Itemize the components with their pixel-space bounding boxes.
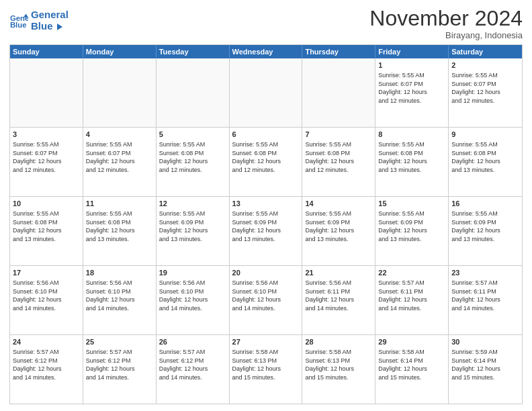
weekday-header: Sunday: [10, 45, 83, 58]
day-number: 23: [451, 268, 519, 278]
calendar-cell: 15Sunrise: 5:55 AMSunset: 6:09 PMDayligh…: [375, 197, 449, 265]
cell-info: Sunrise: 5:55 AMSunset: 6:07 PMDaylight:…: [451, 71, 519, 105]
cell-info: Sunrise: 5:56 AMSunset: 6:10 PMDaylight:…: [159, 279, 226, 312]
calendar-cell: 16Sunrise: 5:55 AMSunset: 6:09 PMDayligh…: [449, 197, 522, 265]
title-block: November 2024 Birayang, Indonesia: [369, 7, 523, 40]
day-number: 22: [378, 268, 445, 278]
calendar-cell: 21Sunrise: 5:56 AMSunset: 6:11 PMDayligh…: [302, 266, 375, 334]
location: Birayang, Indonesia: [369, 30, 523, 40]
day-number: 19: [159, 268, 226, 278]
cell-info: Sunrise: 5:55 AMSunset: 6:08 PMDaylight:…: [159, 140, 226, 174]
calendar-week-row: 3Sunrise: 5:55 AMSunset: 6:07 PMDaylight…: [10, 127, 522, 196]
day-number: 3: [13, 130, 80, 140]
cell-info: Sunrise: 5:55 AMSunset: 6:09 PMDaylight:…: [378, 210, 445, 243]
day-number: 21: [305, 268, 372, 278]
day-number: 28: [305, 337, 372, 347]
calendar-week-row: 17Sunrise: 5:56 AMSunset: 6:10 PMDayligh…: [10, 265, 522, 334]
calendar-cell: 30Sunrise: 5:59 AMSunset: 6:14 PMDayligh…: [449, 335, 522, 404]
calendar-cell: 17Sunrise: 5:56 AMSunset: 6:10 PMDayligh…: [10, 266, 83, 334]
cell-info: Sunrise: 5:56 AMSunset: 6:10 PMDaylight:…: [86, 279, 153, 312]
logo-text: General: [31, 9, 69, 21]
day-number: 1: [378, 60, 445, 71]
day-number: 14: [305, 199, 372, 209]
day-number: 30: [451, 337, 519, 347]
calendar-cell: 18Sunrise: 5:56 AMSunset: 6:10 PMDayligh…: [83, 266, 157, 334]
cell-info: Sunrise: 5:57 AMSunset: 6:11 PMDaylight:…: [378, 279, 445, 312]
cell-info: Sunrise: 5:55 AMSunset: 6:08 PMDaylight:…: [378, 140, 445, 174]
calendar-cell: 7Sunrise: 5:55 AMSunset: 6:08 PMDaylight…: [302, 128, 375, 196]
calendar-cell: 3Sunrise: 5:55 AMSunset: 6:07 PMDaylight…: [10, 128, 83, 196]
calendar-cell: 2Sunrise: 5:55 AMSunset: 6:07 PMDaylight…: [449, 58, 522, 127]
logo-icon: General Blue: [9, 11, 28, 30]
calendar-cell: 24Sunrise: 5:57 AMSunset: 6:12 PMDayligh…: [10, 335, 83, 404]
calendar-cell: 4Sunrise: 5:55 AMSunset: 6:07 PMDaylight…: [83, 128, 157, 196]
day-number: 25: [86, 337, 153, 347]
calendar-cell: 14Sunrise: 5:55 AMSunset: 6:09 PMDayligh…: [302, 197, 375, 265]
calendar-cell: 13Sunrise: 5:55 AMSunset: 6:09 PMDayligh…: [230, 197, 303, 265]
day-number: 16: [451, 199, 519, 209]
calendar-week-row: 24Sunrise: 5:57 AMSunset: 6:12 PMDayligh…: [10, 334, 522, 404]
day-number: 5: [159, 130, 226, 140]
calendar-cell: 28Sunrise: 5:58 AMSunset: 6:13 PMDayligh…: [302, 335, 375, 404]
cell-info: Sunrise: 5:57 AMSunset: 6:12 PMDaylight:…: [86, 348, 153, 381]
weekday-header: Saturday: [449, 45, 522, 58]
cell-info: Sunrise: 5:55 AMSunset: 6:07 PMDaylight:…: [86, 140, 153, 174]
calendar-cell: 8Sunrise: 5:55 AMSunset: 6:08 PMDaylight…: [375, 128, 449, 196]
calendar-cell: 1Sunrise: 5:55 AMSunset: 6:07 PMDaylight…: [375, 58, 449, 127]
month-title: November 2024: [369, 7, 523, 30]
day-number: 17: [13, 268, 80, 278]
calendar: SundayMondayTuesdayWednesdayThursdayFrid…: [9, 44, 523, 404]
calendar-cell: [230, 58, 303, 127]
calendar-cell: 9Sunrise: 5:55 AMSunset: 6:08 PMDaylight…: [449, 128, 522, 196]
cell-info: Sunrise: 5:58 AMSunset: 6:14 PMDaylight:…: [378, 348, 445, 381]
cell-info: Sunrise: 5:55 AMSunset: 6:07 PMDaylight:…: [378, 71, 445, 105]
cell-info: Sunrise: 5:56 AMSunset: 6:11 PMDaylight:…: [305, 279, 372, 312]
logo-subtext: Blue: [31, 21, 69, 32]
cell-info: Sunrise: 5:55 AMSunset: 6:07 PMDaylight:…: [13, 140, 80, 174]
day-number: 6: [232, 130, 300, 140]
calendar-cell: 12Sunrise: 5:55 AMSunset: 6:09 PMDayligh…: [157, 197, 230, 265]
day-number: 12: [159, 199, 226, 209]
day-number: 8: [378, 130, 445, 140]
cell-info: Sunrise: 5:55 AMSunset: 6:08 PMDaylight:…: [232, 140, 300, 174]
cell-info: Sunrise: 5:56 AMSunset: 6:10 PMDaylight:…: [232, 279, 300, 312]
cell-info: Sunrise: 5:55 AMSunset: 6:09 PMDaylight:…: [159, 210, 226, 243]
calendar-cell: 23Sunrise: 5:57 AMSunset: 6:11 PMDayligh…: [449, 266, 522, 334]
day-number: 15: [378, 199, 445, 209]
svg-text:Blue: Blue: [10, 20, 27, 28]
day-number: 2: [451, 60, 519, 71]
calendar-cell: 22Sunrise: 5:57 AMSunset: 6:11 PMDayligh…: [375, 266, 449, 334]
calendar-cell: [83, 58, 157, 127]
day-number: 20: [232, 268, 300, 278]
cell-info: Sunrise: 5:57 AMSunset: 6:12 PMDaylight:…: [159, 348, 226, 381]
day-number: 27: [232, 337, 300, 347]
cell-info: Sunrise: 5:55 AMSunset: 6:08 PMDaylight:…: [451, 140, 519, 174]
weekday-header: Tuesday: [157, 45, 230, 58]
cell-info: Sunrise: 5:55 AMSunset: 6:08 PMDaylight:…: [13, 210, 80, 243]
calendar-header: SundayMondayTuesdayWednesdayThursdayFrid…: [10, 45, 522, 58]
day-number: 26: [159, 337, 226, 347]
weekday-header: Wednesday: [230, 45, 303, 58]
cell-info: Sunrise: 5:55 AMSunset: 6:09 PMDaylight:…: [451, 210, 519, 243]
cell-info: Sunrise: 5:59 AMSunset: 6:14 PMDaylight:…: [451, 348, 519, 381]
day-number: 11: [86, 199, 153, 209]
cell-info: Sunrise: 5:55 AMSunset: 6:08 PMDaylight:…: [305, 140, 372, 174]
calendar-cell: [302, 58, 375, 127]
cell-info: Sunrise: 5:56 AMSunset: 6:10 PMDaylight:…: [13, 279, 80, 312]
calendar-cell: 27Sunrise: 5:58 AMSunset: 6:13 PMDayligh…: [230, 335, 303, 404]
calendar-cell: 25Sunrise: 5:57 AMSunset: 6:12 PMDayligh…: [83, 335, 157, 404]
weekday-header: Thursday: [302, 45, 375, 58]
calendar-week-row: 1Sunrise: 5:55 AMSunset: 6:07 PMDaylight…: [10, 58, 522, 127]
day-number: 13: [232, 199, 300, 209]
day-number: 29: [378, 337, 445, 347]
calendar-cell: 20Sunrise: 5:56 AMSunset: 6:10 PMDayligh…: [230, 266, 303, 334]
calendar-cell: 19Sunrise: 5:56 AMSunset: 6:10 PMDayligh…: [157, 266, 230, 334]
weekday-header: Friday: [375, 45, 449, 58]
cell-info: Sunrise: 5:55 AMSunset: 6:09 PMDaylight:…: [305, 210, 372, 243]
calendar-cell: 11Sunrise: 5:55 AMSunset: 6:08 PMDayligh…: [83, 197, 157, 265]
cell-info: Sunrise: 5:58 AMSunset: 6:13 PMDaylight:…: [232, 348, 300, 381]
day-number: 7: [305, 130, 372, 140]
cell-info: Sunrise: 5:57 AMSunset: 6:11 PMDaylight:…: [451, 279, 519, 312]
calendar-cell: 29Sunrise: 5:58 AMSunset: 6:14 PMDayligh…: [375, 335, 449, 404]
day-number: 24: [13, 337, 80, 347]
